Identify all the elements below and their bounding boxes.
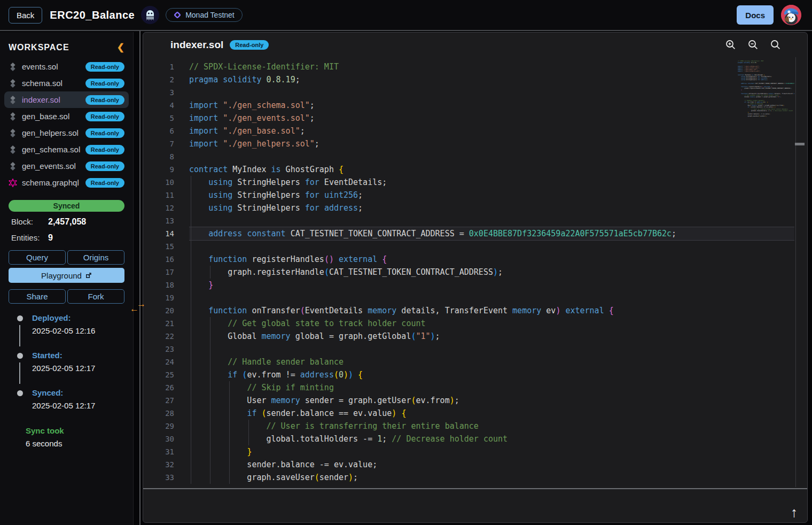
- playground-button[interactable]: Playground: [9, 268, 124, 283]
- code-line-8[interactable]: 8: [143, 150, 807, 163]
- file-item-gen_base.sol[interactable]: gen_base.solRead-only: [4, 108, 129, 125]
- origins-button[interactable]: Origins: [67, 250, 124, 265]
- code-line-4[interactable]: 4import "./gen_schema.sol";: [143, 99, 807, 112]
- code-line-32[interactable]: 32 sender.balance -= ev.value;: [143, 458, 807, 471]
- query-button[interactable]: Query: [9, 250, 66, 265]
- solidity-icon: [9, 112, 17, 121]
- code-line-33[interactable]: 33 graph.saveUser(sender);: [143, 471, 807, 484]
- line-number: 33: [143, 471, 174, 484]
- line-number: 11: [143, 189, 174, 202]
- line-content: import "./gen_base.sol";: [189, 125, 794, 137]
- network-badge[interactable]: Monad Testnet: [166, 8, 243, 22]
- indent-guide: [210, 266, 210, 279]
- code-line-24[interactable]: 24 // Handle sender balance: [143, 356, 807, 368]
- line-content: using StringHelpers for EventDetails;: [189, 176, 794, 189]
- indent-guide: [210, 445, 210, 458]
- code-line-2[interactable]: 2pragma solidity 0.8.19;: [143, 73, 807, 86]
- code-editor[interactable]: 1// SPDX-License-Identifier: MIT2pragma …: [143, 60, 807, 488]
- indent-guide: [191, 176, 191, 189]
- code-line-23[interactable]: 23: [143, 343, 807, 356]
- line-number: 27: [143, 394, 174, 407]
- code-line-19[interactable]: 19: [143, 291, 807, 304]
- editor-panel: indexer.sol Read-only: [143, 32, 808, 523]
- search-icon[interactable]: [770, 39, 782, 51]
- file-name: schema.graphql: [22, 178, 81, 187]
- zoom-in-icon[interactable]: [725, 39, 737, 51]
- file-item-gen_events.sol[interactable]: gen_events.solRead-only: [4, 158, 129, 174]
- editor-footer: ↑: [143, 489, 807, 522]
- line-content: if (ev.from != address(0)) {: [189, 368, 794, 381]
- line-number: 16: [143, 253, 174, 266]
- file-item-gen_helpers.sol[interactable]: gen_helpers.solRead-only: [4, 125, 129, 141]
- top-bar: Back ERC20_Balance Monad Testnet Docs: [0, 0, 812, 31]
- line-content: [189, 150, 794, 163]
- code-line-26[interactable]: 26 // Skip if minting: [143, 381, 807, 394]
- code-line-6[interactable]: 6import "./gen_base.sol";: [143, 125, 807, 137]
- line-number: 3: [143, 86, 174, 99]
- code-line-12[interactable]: 12 using StringHelpers for address;: [143, 202, 807, 214]
- line-number: 22: [143, 330, 174, 343]
- code-line-5[interactable]: 5import "./gen_events.sol";: [143, 112, 807, 125]
- line-number: 26: [143, 381, 174, 394]
- zoom-out-icon[interactable]: [747, 39, 759, 51]
- code-line-1[interactable]: 1// SPDX-License-Identifier: MIT: [143, 60, 807, 73]
- back-button[interactable]: Back: [9, 7, 42, 24]
- timeline-item-started: Started:2025-02-05 12:17: [0, 350, 133, 387]
- collapse-chevron-icon[interactable]: ❮: [117, 42, 124, 53]
- scroll-to-top-button[interactable]: ↑: [791, 505, 798, 519]
- code-line-14[interactable]: 14 address constant CAT_TESTNET_TOKEN_CO…: [143, 227, 807, 240]
- editor-filename: indexer.sol: [170, 39, 223, 51]
- code-line-10[interactable]: 10 using StringHelpers for EventDetails;: [143, 176, 807, 189]
- readonly-badge: Read-only: [85, 178, 124, 188]
- scrollbar-thumb[interactable]: [795, 143, 805, 145]
- sync-took: Sync took 6 seconds: [0, 424, 133, 450]
- timeline-connector: [19, 362, 20, 384]
- user-avatar[interactable]: [781, 5, 801, 25]
- code-line-29[interactable]: 29 // User is transferring their entire …: [143, 420, 807, 433]
- code-line-28[interactable]: 28 if (sender.balance == ev.value) {: [143, 407, 807, 420]
- stat-label: Entities:: [11, 233, 48, 242]
- indent-guide: [210, 471, 210, 484]
- code-line-25[interactable]: 25 if (ev.from != address(0)) {: [143, 368, 807, 381]
- indent-guide: [191, 317, 191, 330]
- solidity-icon: [9, 79, 17, 88]
- fork-button[interactable]: Fork: [67, 289, 124, 304]
- docs-button[interactable]: Docs: [737, 5, 774, 25]
- code-line-9[interactable]: 9contract MyIndex is GhostGraph {: [143, 163, 807, 176]
- file-name: gen_events.sol: [22, 161, 81, 171]
- code-line-20[interactable]: 20 function onTransfer(EventDetails memo…: [143, 304, 807, 317]
- code-line-17[interactable]: 17 graph.registerHandle(CAT_TESTNET_TOKE…: [143, 266, 807, 279]
- code-line-11[interactable]: 11 using StringHelpers for uint256;: [143, 189, 807, 202]
- code-line-7[interactable]: 7import "./gen_helpers.sol";: [143, 137, 807, 150]
- file-name: indexer.sol: [22, 95, 81, 104]
- solidity-icon: [9, 145, 17, 154]
- code-line-16[interactable]: 16 function registerHandles() external {: [143, 253, 807, 266]
- code-line-18[interactable]: 18 }: [143, 279, 807, 291]
- resize-handle-arrow-left-icon[interactable]: ←: [130, 304, 139, 313]
- code-line-27[interactable]: 27 User memory sender = graph.getUser(ev…: [143, 394, 807, 407]
- file-item-events.sol[interactable]: events.solRead-only: [4, 58, 129, 75]
- file-item-gen_schema.sol[interactable]: gen_schema.solRead-only: [4, 141, 129, 158]
- stat-entities: Entities:9: [0, 233, 133, 244]
- line-number: 28: [143, 407, 174, 420]
- indent-guide: [248, 433, 249, 445]
- code-line-21[interactable]: 21 // Get global state to track holder c…: [143, 317, 807, 330]
- file-item-schema.graphql[interactable]: schema.graphqlRead-only: [4, 174, 129, 191]
- line-number: 8: [143, 150, 174, 163]
- line-content: function onTransfer(EventDetails memory …: [189, 304, 794, 317]
- file-name: schema.sol: [22, 79, 81, 88]
- minimap[interactable]: // SPDX-License-Identifier: MITpragma so…: [738, 60, 794, 133]
- code-line-22[interactable]: 22 Global memory global = graph.getGloba…: [143, 330, 807, 343]
- workspace-title: WORKSPACE: [9, 43, 117, 52]
- share-button[interactable]: Share: [9, 289, 66, 304]
- app-title: ERC20_Balance: [50, 9, 135, 21]
- file-item-schema.sol[interactable]: schema.solRead-only: [4, 75, 129, 91]
- code-line-15[interactable]: 15: [143, 240, 807, 253]
- code-line-31[interactable]: 31 }: [143, 445, 807, 458]
- code-line-13[interactable]: 13: [143, 214, 807, 227]
- code-line-3[interactable]: 3: [143, 86, 807, 99]
- indent-guide: [191, 253, 191, 266]
- sidebar-resize-divider[interactable]: [139, 31, 140, 525]
- code-line-30[interactable]: 30 global.totalHolders -= 1; // Decrease…: [143, 433, 807, 445]
- file-item-indexer.sol[interactable]: indexer.solRead-only: [4, 91, 129, 108]
